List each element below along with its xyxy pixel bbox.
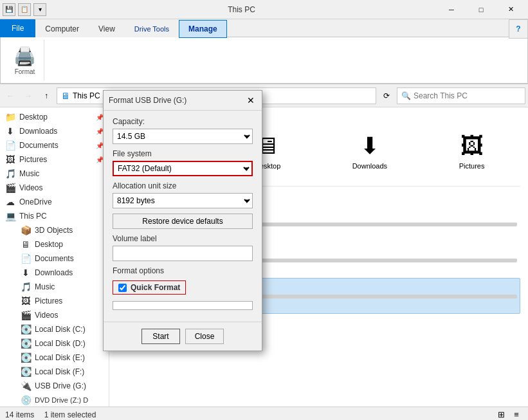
sidebar-label: Downloads xyxy=(35,268,73,277)
3dobjects-icon: 📦 xyxy=(21,225,31,235)
main-layout: 📁 Desktop 📌 ⬇ Downloads 📌 📄 Documents 📌 … xyxy=(0,107,528,406)
address-path: This PC xyxy=(73,91,100,100)
up-button[interactable]: ↑ xyxy=(39,88,54,104)
forward-button[interactable]: → xyxy=(21,88,36,104)
sidebar-item-desktop[interactable]: 📁 Desktop 📌 xyxy=(0,110,109,124)
filesystem-select[interactable]: FAT32 (Default) NTFS exFAT xyxy=(113,161,253,176)
folder-pictures-icon: 🖼 xyxy=(460,132,484,160)
ribbon-group-format: 🖨️ Format xyxy=(6,40,44,80)
sidebar-item-downloads[interactable]: ⬇ Downloads 📌 xyxy=(0,124,109,138)
folder-downloads-icon: ⬇ xyxy=(360,132,379,160)
app-title: This PC xyxy=(46,5,437,14)
sidebar-item-dvddrive[interactable]: 💿 DVD Drive (Z:) D xyxy=(15,393,109,406)
modal-title: Format USB Drive (G:) xyxy=(109,96,187,105)
tab-file[interactable]: File xyxy=(0,19,35,37)
folder-pictures[interactable]: 🖼 Pictures xyxy=(423,127,520,176)
folder-downloads-name: Downloads xyxy=(352,162,387,170)
allocunit-select-wrap: 512 bytes 1024 bytes 2048 bytes 4096 byt… xyxy=(113,193,253,208)
music-icon: 🎵 xyxy=(5,169,15,179)
allocunit-label: Allocation unit size xyxy=(113,181,253,190)
capacity-select-wrap: 14.5 GB xyxy=(113,129,253,144)
modal-close-button[interactable]: ✕ xyxy=(245,95,257,106)
sidebar-item-onedrive[interactable]: ☁ OneDrive xyxy=(0,195,109,209)
thispc-icon: 💻 xyxy=(5,211,15,221)
sidebar-label: Local Disk (E:) xyxy=(35,353,85,362)
details-view-button[interactable]: ≡ xyxy=(510,408,523,421)
modal-body: Capacity: 14.5 GB File system FAT32 (Def… xyxy=(104,111,262,316)
sidebar-item-pictures2[interactable]: 🖼 Pictures xyxy=(15,294,109,308)
large-icons-view-button[interactable]: ⊞ xyxy=(495,408,507,421)
localdiskd-icon: 💽 xyxy=(21,338,31,349)
folder-pictures-name: Pictures xyxy=(459,162,485,170)
desktop2-icon: 🖥 xyxy=(21,239,31,250)
volume-label-input[interactable] xyxy=(113,246,253,261)
format-label: Format xyxy=(15,68,35,75)
sidebar-label: Music xyxy=(19,169,39,178)
format-modal: Format USB Drive (G:) ✕ Capacity: 14.5 G… xyxy=(103,90,262,351)
sidebar-item-pictures[interactable]: 🖼 Pictures 📌 xyxy=(0,152,109,167)
selected-count: 1 item selected xyxy=(44,410,96,419)
tab-manage[interactable]: Manage xyxy=(179,20,227,38)
sidebar-label: Documents xyxy=(19,141,59,150)
sidebar-item-documents2[interactable]: 📄 Documents xyxy=(15,251,109,266)
videos-icon: 🎬 xyxy=(5,183,15,193)
localdiskc-icon: 💽 xyxy=(21,324,31,334)
sidebar-section: 📦 3D Objects 🖥 Desktop 📄 Documents ⬇ Dow… xyxy=(0,223,109,406)
minimize-button[interactable]: ─ xyxy=(437,0,466,19)
sidebar-label: Pictures xyxy=(19,155,47,164)
onedrive-icon: ☁ xyxy=(5,197,15,207)
sidebar-item-thispc[interactable]: 💻 This PC xyxy=(0,209,109,223)
filesystem-label: File system xyxy=(113,149,253,158)
sidebar-item-usbdrive[interactable]: 🔌 USB Drive (G:) xyxy=(15,379,109,393)
quick-format-label[interactable]: Quick Format xyxy=(131,283,180,292)
search-input[interactable] xyxy=(414,91,521,100)
quick-format-checkbox[interactable] xyxy=(118,284,127,292)
quick-access-btn[interactable]: 💾 xyxy=(3,3,15,16)
allocunit-select[interactable]: 512 bytes 1024 bytes 2048 bytes 4096 byt… xyxy=(113,193,253,208)
back-button[interactable]: ← xyxy=(3,88,18,104)
quick-access-btn2[interactable]: 📋 xyxy=(18,3,31,16)
item-count: 14 items xyxy=(5,410,34,419)
sidebar-label: OneDrive xyxy=(19,197,52,206)
maximize-button[interactable]: □ xyxy=(466,0,496,19)
start-button[interactable]: Start xyxy=(141,329,180,344)
sidebar-item-music2[interactable]: 🎵 Music xyxy=(15,280,109,294)
close-button[interactable]: ✕ xyxy=(496,0,525,19)
sidebar-label: Local Disk (D:) xyxy=(35,339,86,348)
capacity-select[interactable]: 14.5 GB xyxy=(113,129,253,144)
sidebar-item-3dobjects[interactable]: 📦 3D Objects xyxy=(15,223,109,237)
sidebar-item-localdiskc[interactable]: 💽 Local Disk (C:) xyxy=(15,322,109,336)
modal-close-btn[interactable]: Close xyxy=(185,329,224,344)
pictures-icon: 🖼 xyxy=(5,154,15,165)
ribbon-commands: 🖨️ Format xyxy=(0,37,528,84)
usbdrive-icon: 🔌 xyxy=(21,381,31,391)
folder-downloads[interactable]: ⬇ Downloads xyxy=(322,127,419,176)
tab-computer[interactable]: Computer xyxy=(35,19,89,37)
documents-icon: 📄 xyxy=(5,140,15,151)
search-bar[interactable]: 🔍 xyxy=(397,87,525,104)
format-icon[interactable]: 🖨️ xyxy=(14,46,36,67)
sidebar-item-desktop2[interactable]: 🖥 Desktop xyxy=(15,237,109,251)
view-controls: ⊞ ≡ xyxy=(495,408,523,421)
sidebar-item-localdiskd[interactable]: 💽 Local Disk (D:) xyxy=(15,336,109,351)
refresh-button[interactable]: ⟳ xyxy=(379,88,394,104)
sidebar-item-videos2[interactable]: 🎬 Videos xyxy=(15,308,109,322)
sidebar-item-downloads2[interactable]: ⬇ Downloads xyxy=(15,266,109,280)
sidebar-item-localdiске[interactable]: 💽 Local Disk (E:) xyxy=(15,351,109,365)
sidebar-item-localdiskf[interactable]: 💽 Local Disk (F:) xyxy=(15,365,109,379)
ribbon-help-button[interactable]: ? xyxy=(509,19,528,39)
restore-defaults-button[interactable]: Restore device defaults xyxy=(113,214,253,229)
sidebar-label: DVD Drive (Z:) D xyxy=(35,396,88,404)
quick-access-btn3[interactable]: ▾ xyxy=(33,3,46,16)
sidebar-item-documents[interactable]: 📄 Documents 📌 xyxy=(0,138,109,152)
sidebar-item-videos[interactable]: 🎬 Videos xyxy=(0,181,109,195)
dvddrive-icon: 💿 xyxy=(21,395,31,405)
tab-view[interactable]: View xyxy=(89,19,125,37)
tab-drive-tools[interactable]: Drive Tools xyxy=(125,19,179,37)
ribbon: File Computer View Drive Tools Manage ? … xyxy=(0,19,528,84)
desktop-icon: 📁 xyxy=(5,112,15,122)
modal-footer: Start Close xyxy=(104,322,262,351)
title-bar: 💾 📋 ▾ This PC ─ □ ✕ xyxy=(0,0,528,19)
sidebar-item-music[interactable]: 🎵 Music xyxy=(0,167,109,181)
sidebar: 📁 Desktop 📌 ⬇ Downloads 📌 📄 Documents 📌 … xyxy=(0,107,109,406)
